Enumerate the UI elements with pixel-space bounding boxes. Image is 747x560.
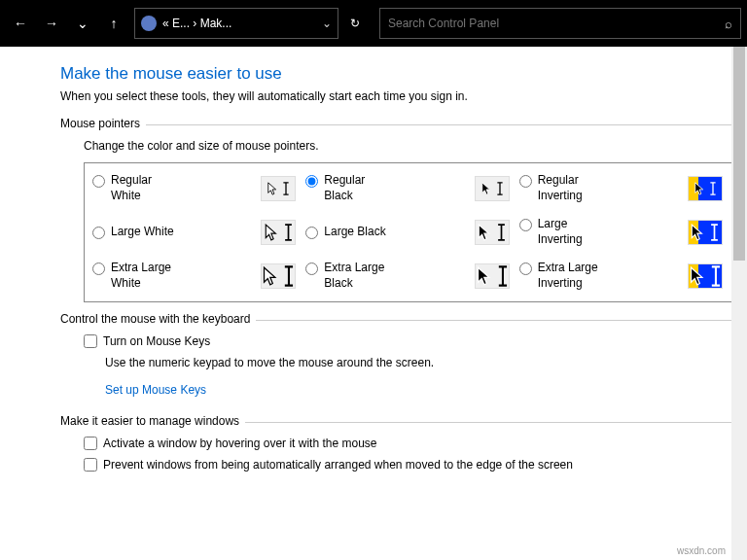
- prevent-arrange-label: Prevent windows from being automatically…: [103, 458, 573, 472]
- pointer-option-text: Large White: [111, 225, 174, 240]
- pointer-radio[interactable]: [519, 219, 532, 231]
- pointer-option: Extra Large Black: [305, 261, 515, 291]
- setup-mouse-keys-link[interactable]: Set up Mouse Keys: [105, 383, 206, 397]
- pointer-preview: [688, 176, 723, 201]
- pointer-option-text: Regular White: [111, 173, 179, 203]
- group-label: Make it easier to manage windows: [60, 414, 245, 428]
- pointer-radio[interactable]: [305, 262, 318, 275]
- refresh-icon: ↻: [350, 17, 360, 30]
- pointer-desc: Change the color and size of mouse point…: [84, 139, 737, 153]
- pointer-option-text: Large Inverting: [538, 217, 606, 247]
- search-bar[interactable]: ⌕: [379, 8, 741, 39]
- pointer-radio-label[interactable]: Large White: [92, 225, 174, 240]
- breadcrumb: « E... › Mak...: [162, 17, 316, 30]
- pointer-radio-label[interactable]: Regular White: [92, 173, 179, 203]
- pointer-option: Extra Large White: [92, 261, 302, 291]
- address-bar[interactable]: « E... › Mak... ⌄: [134, 8, 338, 39]
- pointer-option: Regular White: [92, 173, 302, 203]
- refresh-button[interactable]: ↻: [340, 8, 370, 39]
- pointer-preview: [261, 263, 296, 289]
- pointer-preview: [688, 263, 723, 289]
- hover-activate-label: Activate a window by hovering over it wi…: [103, 437, 376, 450]
- recent-button[interactable]: ⌄: [68, 8, 97, 39]
- scrollbar-thumb[interactable]: [733, 47, 745, 261]
- pointer-preview: [475, 176, 510, 201]
- pointer-preview: [475, 220, 510, 245]
- pointer-preview: [688, 220, 723, 245]
- mouse-keys-desc: Use the numeric keypad to move the mouse…: [105, 356, 737, 369]
- pointer-option-text: Extra Large Black: [324, 261, 392, 291]
- pointer-radio-label[interactable]: Extra Large Black: [305, 261, 392, 291]
- pointer-radio-label[interactable]: Extra Large Inverting: [519, 261, 606, 291]
- content-area: Make the mouse easier to use When you se…: [0, 47, 747, 560]
- pointer-radio[interactable]: [92, 175, 105, 188]
- pointer-radio[interactable]: [305, 227, 318, 239]
- pointer-radio[interactable]: [92, 227, 105, 239]
- pointer-preview: [475, 263, 510, 289]
- search-icon: ⌕: [725, 17, 732, 31]
- hover-activate-checkbox[interactable]: [84, 437, 97, 450]
- watermark: wsxdn.com: [677, 545, 726, 556]
- forward-icon: →: [45, 16, 58, 31]
- pointer-preview: [261, 176, 296, 201]
- up-button[interactable]: ↑: [99, 8, 128, 39]
- pointer-radio[interactable]: [92, 262, 105, 275]
- mouse-keys-checkbox[interactable]: [84, 334, 97, 348]
- group-label: Control the mouse with the keyboard: [60, 312, 256, 326]
- pointer-radio[interactable]: [305, 175, 318, 188]
- pointer-radio[interactable]: [519, 262, 532, 275]
- pointer-radio-label[interactable]: Regular Inverting: [519, 173, 606, 203]
- address-dropdown-icon[interactable]: ⌄: [322, 17, 332, 30]
- back-icon: ←: [14, 16, 27, 31]
- back-button[interactable]: ←: [6, 8, 35, 39]
- pointer-radio[interactable]: [519, 175, 532, 188]
- pointer-option-text: Extra Large Inverting: [538, 261, 606, 291]
- pointer-options-grid: Regular WhiteRegular BlackRegular Invert…: [84, 162, 737, 302]
- pointer-option: Regular Inverting: [519, 173, 729, 203]
- mouse-keys-label: Turn on Mouse Keys: [103, 334, 210, 348]
- pointer-option: Extra Large Inverting: [519, 261, 729, 291]
- group-mouse-pointers: Mouse pointers Change the color and size…: [60, 124, 737, 302]
- pointer-radio-label[interactable]: Large Black: [305, 225, 385, 240]
- pointer-option-text: Regular Inverting: [538, 173, 606, 203]
- prevent-arrange-checkbox[interactable]: [84, 458, 97, 472]
- pointer-preview: [261, 220, 296, 245]
- pointer-option-text: Regular Black: [324, 173, 392, 203]
- pointer-radio-label[interactable]: Regular Black: [305, 173, 392, 203]
- page-title: Make the mouse easier to use: [60, 64, 737, 84]
- navigation-bar: ← → ⌄ ↑ « E... › Mak... ⌄ ↻ ⌕: [0, 0, 747, 47]
- scrollbar[interactable]: [731, 47, 747, 560]
- pointer-radio-label[interactable]: Large Inverting: [519, 217, 606, 247]
- pointer-option-text: Extra Large White: [111, 261, 179, 291]
- pointer-radio-label[interactable]: Extra Large White: [92, 261, 179, 291]
- pointer-option: Large Inverting: [519, 217, 729, 247]
- group-manage-windows: Make it easier to manage windows Activat…: [60, 422, 737, 472]
- group-label: Mouse pointers: [60, 117, 146, 130]
- pointer-option-text: Large Black: [324, 225, 385, 240]
- control-panel-icon: [141, 16, 157, 31]
- search-input[interactable]: [388, 17, 725, 30]
- up-icon: ↑: [111, 16, 118, 31]
- pointer-option: Regular Black: [305, 173, 515, 203]
- group-keyboard-control: Control the mouse with the keyboard Turn…: [60, 320, 737, 404]
- page-subtitle: When you select these tools, they will a…: [60, 89, 737, 103]
- forward-button[interactable]: →: [37, 8, 66, 39]
- chevron-down-icon: ⌄: [77, 16, 89, 31]
- pointer-option: Large White: [92, 217, 302, 247]
- pointer-option: Large Black: [305, 217, 515, 247]
